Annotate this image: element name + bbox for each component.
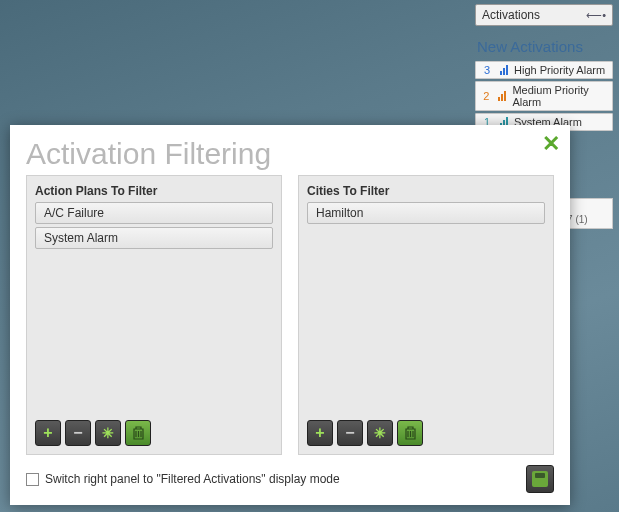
close-button[interactable]: ✕: [542, 133, 560, 155]
dialog-footer: Switch right panel to "Filtered Activati…: [26, 465, 554, 493]
cities-column: Cities To Filter Hamilton + − ✳: [298, 175, 554, 455]
alarm-count: 3: [480, 64, 494, 76]
pin-icon[interactable]: ⟵•: [586, 9, 606, 22]
alarm-row-medium[interactable]: 2 Medium Priority Alarm: [475, 81, 613, 111]
signal-icon: [498, 91, 506, 101]
cities-buttons: + − ✳: [307, 420, 545, 446]
delete-button[interactable]: [397, 420, 423, 446]
action-plans-heading: Action Plans To Filter: [35, 184, 273, 198]
alarm-label: Medium Priority Alarm: [512, 84, 608, 108]
add-button[interactable]: +: [307, 420, 333, 446]
alarm-row-high[interactable]: 3 High Priority Alarm: [475, 61, 613, 79]
dialog-title: Activation Filtering: [26, 137, 554, 171]
burst-button[interactable]: ✳: [367, 420, 393, 446]
new-activations-heading: New Activations: [475, 34, 613, 61]
panel-title: Activations: [482, 8, 540, 22]
cities-heading: Cities To Filter: [307, 184, 545, 198]
action-plans-buttons: + − ✳: [35, 420, 273, 446]
list-item[interactable]: A/C Failure: [35, 202, 273, 224]
action-plans-list: A/C Failure System Alarm: [35, 202, 273, 252]
list-item[interactable]: Hamilton: [307, 202, 545, 224]
burst-button[interactable]: ✳: [95, 420, 121, 446]
delete-button[interactable]: [125, 420, 151, 446]
save-button[interactable]: [526, 465, 554, 493]
cities-list: Hamilton: [307, 202, 545, 227]
display-mode-checkbox[interactable]: [26, 473, 39, 486]
signal-icon: [500, 65, 508, 75]
activations-panel-header: Activations ⟵•: [475, 4, 613, 26]
alarm-label: High Priority Alarm: [514, 64, 605, 76]
list-item[interactable]: System Alarm: [35, 227, 273, 249]
remove-button[interactable]: −: [65, 420, 91, 446]
trash-icon: [404, 426, 417, 440]
add-button[interactable]: +: [35, 420, 61, 446]
action-plans-column: Action Plans To Filter A/C Failure Syste…: [26, 175, 282, 455]
display-mode-option: Switch right panel to "Filtered Activati…: [26, 472, 340, 486]
alarm-count: 2: [480, 90, 492, 102]
trash-icon: [132, 426, 145, 440]
display-mode-label: Switch right panel to "Filtered Activati…: [45, 472, 340, 486]
save-icon: [532, 471, 548, 487]
activation-filtering-dialog: ✕ Activation Filtering Action Plans To F…: [10, 125, 570, 505]
remove-button[interactable]: −: [337, 420, 363, 446]
